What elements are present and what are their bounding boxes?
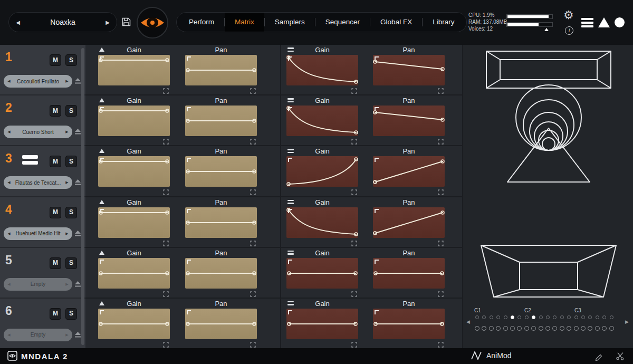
key-dot-small[interactable] bbox=[496, 315, 500, 319]
sample-selector[interactable]: ◀ Cocouilotl Frullato ▶ bbox=[4, 75, 72, 88]
key-dot-large[interactable] bbox=[482, 326, 486, 331]
prev-sample-icon[interactable]: ◀ bbox=[4, 232, 14, 236]
envelope-panel[interactable] bbox=[373, 55, 445, 85]
expand-icon[interactable] bbox=[250, 188, 256, 194]
envelope-curve[interactable] bbox=[185, 106, 257, 136]
triangle-icon[interactable] bbox=[99, 149, 104, 153]
prev-sample-icon[interactable]: ◀ bbox=[4, 180, 14, 185]
channel-strip[interactable]: 3 M S ◀ Flautas de Texcat... ▶ bbox=[0, 146, 85, 197]
envelope-curve[interactable] bbox=[185, 156, 257, 187]
envelope-curve[interactable] bbox=[98, 258, 170, 289]
envelope-curve[interactable] bbox=[373, 156, 445, 187]
expand-icon[interactable] bbox=[163, 137, 169, 143]
keyboard-scroll-left-icon[interactable]: ◀ bbox=[466, 319, 470, 324]
envelope-curve[interactable] bbox=[98, 156, 170, 187]
key-dot-large[interactable] bbox=[574, 326, 579, 331]
envelope-panel[interactable] bbox=[185, 258, 257, 289]
envelope-panel[interactable] bbox=[98, 309, 170, 339]
envelope-panel[interactable] bbox=[185, 106, 257, 136]
cut-tool-icon[interactable] bbox=[616, 352, 625, 363]
settings-gear-icon[interactable]: ⚙ bbox=[563, 8, 574, 22]
key-dot-small[interactable] bbox=[610, 315, 613, 319]
key-dot-large[interactable] bbox=[609, 326, 614, 331]
key-dot-small[interactable] bbox=[581, 315, 585, 319]
sample-selector[interactable]: ◀ Empty ▶ bbox=[4, 329, 72, 341]
envelope-curve[interactable] bbox=[373, 207, 445, 238]
key-dot-small[interactable] bbox=[532, 315, 535, 319]
bars-icon[interactable] bbox=[287, 200, 294, 206]
triangle-icon[interactable] bbox=[99, 47, 104, 52]
sample-selector[interactable]: ◀ Cuerno Short ▶ bbox=[4, 126, 72, 138]
solo-button[interactable]: S bbox=[65, 54, 77, 66]
expand-icon[interactable] bbox=[163, 239, 169, 245]
envelope-panel[interactable] bbox=[98, 258, 170, 289]
tab-matrix[interactable]: Matrix bbox=[225, 13, 264, 32]
envelope-panel[interactable] bbox=[373, 258, 445, 289]
envelope-curve[interactable] bbox=[185, 207, 257, 238]
expand-icon[interactable] bbox=[163, 290, 169, 295]
envelope-panel[interactable] bbox=[373, 156, 445, 187]
expand-icon[interactable] bbox=[438, 188, 444, 194]
solo-button[interactable]: S bbox=[65, 308, 77, 320]
triangle-icon[interactable] bbox=[99, 301, 104, 305]
envelope-curve[interactable] bbox=[98, 309, 170, 339]
key-dot-small[interactable] bbox=[504, 315, 507, 319]
envelope-curve[interactable] bbox=[286, 156, 358, 187]
eject-icon[interactable] bbox=[74, 128, 81, 137]
envelope-panel[interactable] bbox=[185, 207, 257, 238]
sample-selector[interactable]: ◀ Flautas de Texcat... ▶ bbox=[4, 176, 72, 189]
key-dot-small[interactable] bbox=[482, 315, 486, 319]
expand-icon[interactable] bbox=[351, 137, 357, 143]
key-dot-large[interactable] bbox=[539, 326, 543, 331]
key-dot-small[interactable] bbox=[560, 315, 564, 319]
envelope-panel[interactable] bbox=[286, 207, 358, 238]
expand-icon[interactable] bbox=[250, 87, 256, 92]
key-dot-large[interactable] bbox=[588, 326, 592, 331]
expand-icon[interactable] bbox=[438, 239, 444, 245]
expand-icon[interactable] bbox=[250, 137, 256, 143]
envelope-curve[interactable] bbox=[286, 258, 358, 289]
next-sample-icon[interactable]: ▶ bbox=[62, 130, 72, 134]
solo-button[interactable]: S bbox=[65, 105, 77, 117]
expand-icon[interactable] bbox=[351, 87, 357, 92]
envelope-panel[interactable] bbox=[373, 207, 445, 238]
key-dot-large[interactable] bbox=[489, 326, 494, 331]
key-dot-small[interactable] bbox=[511, 315, 514, 319]
envelope-panel[interactable] bbox=[98, 106, 170, 136]
key-dot-large[interactable] bbox=[602, 326, 607, 331]
envelope-panel[interactable] bbox=[185, 55, 257, 85]
tab-perform[interactable]: Perform bbox=[179, 13, 224, 32]
key-dot-small[interactable] bbox=[602, 315, 606, 319]
sample-selector[interactable]: ◀ Huehuetl Medio Hit ▶ bbox=[4, 227, 72, 240]
prev-sample-icon[interactable]: ◀ bbox=[4, 333, 14, 337]
bars-icon[interactable] bbox=[287, 98, 294, 104]
expand-icon[interactable] bbox=[351, 188, 357, 194]
expand-icon[interactable] bbox=[438, 290, 444, 295]
envelope-curve[interactable] bbox=[286, 207, 358, 238]
envelope-curve[interactable] bbox=[185, 309, 257, 339]
envelope-panel[interactable] bbox=[286, 156, 358, 187]
bars-icon[interactable] bbox=[287, 47, 294, 53]
eject-icon[interactable] bbox=[74, 280, 81, 290]
envelope-curve[interactable] bbox=[373, 106, 445, 136]
triangle-icon[interactable] bbox=[99, 98, 104, 102]
tab-sequencer[interactable]: Sequencer bbox=[315, 13, 370, 32]
eject-icon[interactable] bbox=[74, 331, 81, 340]
meter-pointer-icon[interactable] bbox=[544, 28, 549, 31]
envelope-curve[interactable] bbox=[373, 258, 445, 289]
prev-sample-icon[interactable]: ◀ bbox=[4, 130, 14, 134]
preset-next-icon[interactable]: ▶ bbox=[99, 20, 117, 25]
key-dot-small[interactable] bbox=[588, 315, 592, 319]
channel-strip[interactable]: 6 M S ◀ Empty ▶ bbox=[0, 299, 85, 348]
envelope-panel[interactable] bbox=[98, 207, 170, 238]
expand-icon[interactable] bbox=[351, 290, 357, 295]
key-dot-small[interactable] bbox=[546, 315, 550, 319]
expand-icon[interactable] bbox=[250, 340, 256, 346]
mute-button[interactable]: M bbox=[50, 308, 61, 320]
channel-strip[interactable]: 4 M S ◀ Huehuetl Medio Hit ▶ bbox=[0, 197, 85, 248]
key-dot-large[interactable] bbox=[545, 326, 550, 331]
next-sample-icon[interactable]: ▶ bbox=[62, 180, 72, 185]
key-dot-large[interactable] bbox=[560, 326, 564, 331]
envelope-curve[interactable] bbox=[98, 106, 170, 136]
envelope-panel[interactable] bbox=[185, 309, 257, 339]
